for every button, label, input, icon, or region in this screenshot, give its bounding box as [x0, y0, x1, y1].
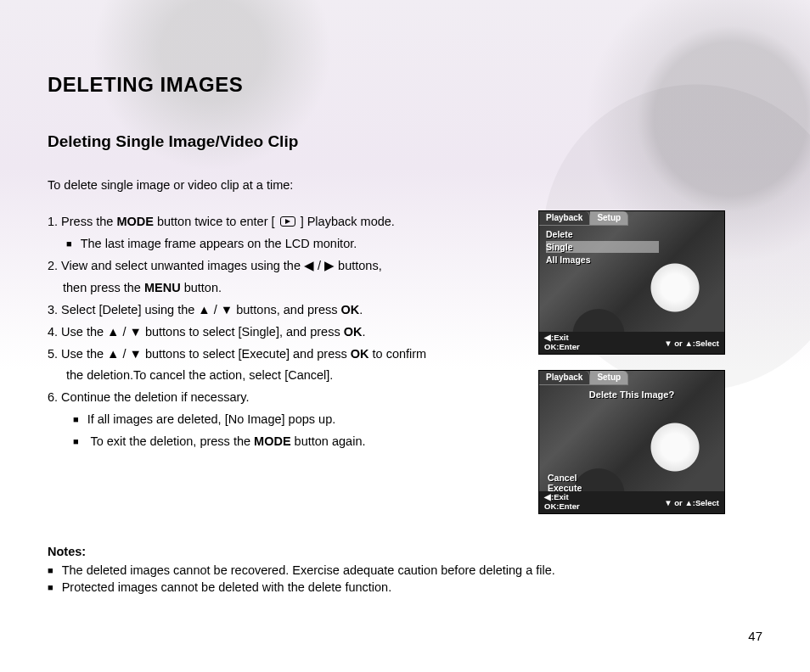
text: button again. — [291, 434, 366, 448]
notes-section: Notes: The deleted images cannot be reco… — [48, 545, 762, 594]
step-4: 4. Use the ▲ / ▼ buttons to select [Sing… — [48, 322, 523, 343]
page-number: 47 — [748, 629, 762, 643]
lcd-preview-2: Playback Setup Delete This Image? Cancel… — [538, 370, 725, 514]
text: ] Playback mode. — [297, 215, 395, 228]
step-6-bullet-1: If all images are deleted, [No Image] po… — [48, 410, 523, 430]
lcd-tabs: Playback Setup — [539, 211, 628, 226]
tab-playback: Playback — [539, 211, 590, 226]
hint-select: ▼ or ▲:Select — [664, 339, 719, 348]
text: 5. Use the ▲ / ▼ buttons to select [Exec… — [48, 347, 351, 361]
text: then press the — [63, 281, 144, 294]
steps-list: 1. Press the MODE button twice to enter … — [48, 212, 523, 454]
hint-enter: OK:Enter — [544, 502, 580, 512]
lcd-menu: Delete Single All Images — [546, 228, 591, 266]
intro-text: To delete single image or video clip at … — [48, 178, 762, 192]
step-6-bullet-2: To exit the deletion, press the MODE but… — [48, 432, 523, 452]
menu-single: Single — [546, 241, 659, 253]
step-2: 2. View and select unwanted images using… — [48, 256, 523, 277]
section-title: Deleting Single Image/Video Clip — [48, 132, 762, 151]
notes-heading: Notes: — [48, 545, 762, 558]
manual-page: DELETING IMAGES Deleting Single Image/Vi… — [0, 0, 810, 672]
lcd-prompt: Delete This Image? — [539, 389, 724, 400]
page-title: DELETING IMAGES — [48, 73, 762, 97]
footer-left: ◀:Exit OK:Enter — [544, 493, 580, 512]
tab-playback: Playback — [539, 371, 590, 385]
text: To exit the deletion, press the — [90, 434, 254, 448]
text: button twice to enter [ — [154, 215, 278, 228]
step-3: 3. Select [Delete] using the ▲ / ▼ butto… — [48, 300, 523, 321]
step-6: 6. Continue the deletion if necessary. — [48, 388, 523, 408]
content-columns: 1. Press the MODE button twice to enter … — [48, 212, 762, 514]
step-5: 5. Use the ▲ / ▼ buttons to select [Exec… — [48, 344, 523, 365]
tab-setup: Setup — [590, 371, 628, 385]
bold-text: MENU — [144, 281, 181, 294]
bold-text: OK — [340, 303, 359, 316]
text: . — [362, 325, 365, 339]
playback-icon — [280, 216, 295, 227]
bold-text: MODE — [254, 434, 291, 448]
text: . — [359, 303, 363, 316]
note-1: The deleted images cannot be recovered. … — [48, 563, 762, 577]
text: button. — [181, 281, 222, 294]
menu-all-images: All Images — [546, 254, 591, 266]
step-1: 1. Press the MODE button twice to enter … — [48, 212, 523, 232]
lcd-tabs: Playback Setup — [539, 371, 628, 385]
lcd-footer: ◀:Exit OK:Enter ▼ or ▲:Select — [539, 491, 724, 513]
text: to confirm — [369, 347, 427, 361]
step-1-bullet: The last image frame appears on the LCD … — [48, 234, 523, 255]
menu-delete: Delete — [546, 228, 591, 240]
footer-left: ◀:Exit OK:Enter — [544, 333, 580, 352]
hint-select: ▼ or ▲:Select — [664, 498, 719, 507]
lcd-options: Cancel Execute — [548, 473, 582, 493]
lcd-footer: ◀:Exit OK:Enter ▼ or ▲:Select — [539, 332, 724, 354]
step-5-cont: the deletion.To cancel the action, selec… — [48, 366, 523, 386]
bold-text: OK — [344, 325, 363, 339]
hint-enter: OK:Enter — [544, 343, 580, 352]
text: 3. Select [Delete] using the ▲ / ▼ butto… — [48, 303, 340, 316]
note-2: Protected images cannot be deleted with … — [48, 580, 762, 594]
text: 1. Press the — [48, 215, 116, 228]
text: 4. Use the ▲ / ▼ buttons to select [Sing… — [48, 325, 344, 339]
tab-setup: Setup — [590, 211, 628, 226]
bold-text: OK — [351, 347, 369, 361]
option-cancel: Cancel — [548, 473, 582, 483]
lcd-previews: Playback Setup Delete Single All Images … — [538, 210, 725, 514]
bold-text: MODE — [116, 215, 154, 228]
lcd-preview-1: Playback Setup Delete Single All Images … — [538, 210, 725, 355]
step-2-cont: then press the MENU button. — [48, 278, 523, 299]
